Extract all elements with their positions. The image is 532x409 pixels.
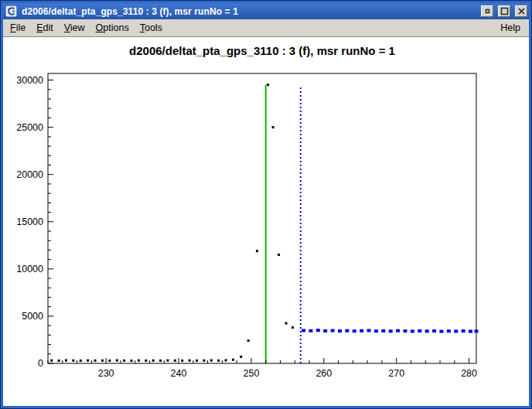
menu-help[interactable]: Help	[495, 20, 526, 36]
menu-file[interactable]: File	[5, 20, 31, 36]
menu-options[interactable]: Options	[90, 20, 135, 36]
canvas-area[interactable]: d2006/deltat_pta_gps_3110 : 3 (f), msr r…	[3, 37, 529, 406]
close-icon	[517, 7, 526, 15]
axis-ticks	[48, 80, 469, 363]
y-tick-label: 10000	[16, 264, 43, 274]
series-theory-fit[interactable]	[302, 329, 478, 332]
root-canvas-window: d2006/deltat_pta_gps_3110 : 3 (f), msr r…	[0, 0, 532, 409]
plot-title: d2006/deltat_pta_gps_3110 : 3 (f), msr r…	[129, 44, 395, 57]
titlebar[interactable]: d2006/deltat_pta_gps_3110 : 3 (f), msr r…	[3, 3, 529, 19]
x-tick-label: 250	[243, 368, 259, 379]
x-tick-label: 240	[171, 368, 187, 379]
y-tick-label: 0	[38, 358, 43, 369]
minimize-button[interactable]	[481, 5, 493, 17]
series-histogram-data[interactable]	[50, 84, 294, 362]
close-button[interactable]	[515, 5, 527, 17]
menu-tools[interactable]: Tools	[135, 20, 168, 36]
plot[interactable]: d2006/deltat_pta_gps_3110 : 3 (f), msr r…	[3, 37, 529, 406]
y-tick-label: 30000	[16, 75, 43, 86]
x-tick-label: 260	[315, 368, 332, 379]
y-tick-label: 25000	[16, 122, 43, 133]
x-tick-label: 280	[461, 368, 477, 379]
plot-frame[interactable]	[48, 73, 476, 363]
y-tick-label: 15000	[16, 216, 43, 227]
x-tick-label: 230	[98, 368, 114, 379]
root-logo-icon	[5, 5, 17, 18]
y-tick-label: 20000	[16, 169, 43, 180]
x-tick-label: 270	[388, 368, 404, 379]
maximize-icon	[500, 7, 509, 15]
menu-items: FileEditViewOptionsTools	[5, 20, 168, 36]
menubar: FileEditViewOptionsTools Help	[3, 19, 529, 37]
window-title: d2006/deltat_pta_gps_3110 : 3 (f), msr r…	[20, 6, 476, 17]
maximize-button[interactable]	[498, 5, 510, 17]
menu-view[interactable]: View	[59, 20, 90, 36]
y-tick-label: 5000	[22, 311, 43, 322]
menu-edit[interactable]: Edit	[31, 20, 59, 36]
minimize-icon	[483, 7, 492, 15]
